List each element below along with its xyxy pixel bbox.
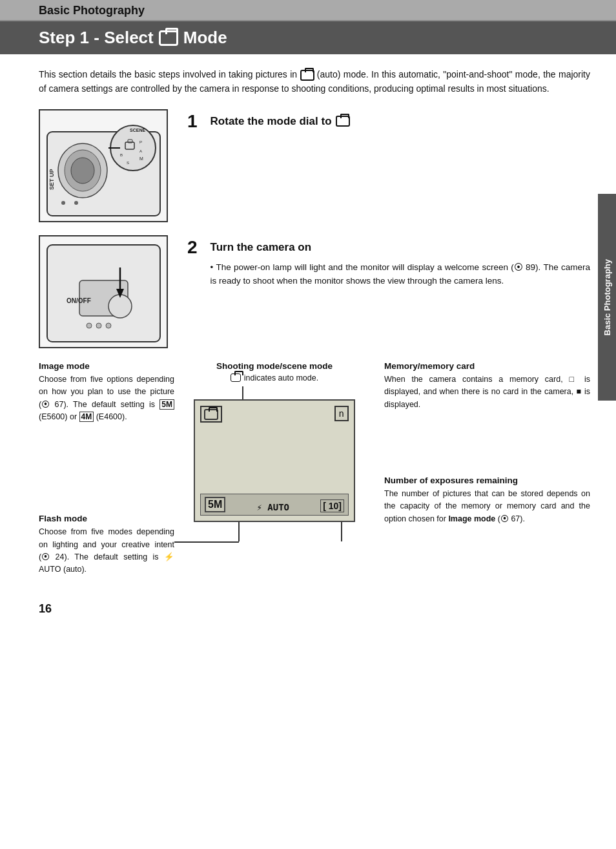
connector-lines-bottom: [194, 522, 355, 543]
svg-point-20: [87, 323, 92, 328]
side-tab-label: Basic Photography: [602, 259, 612, 335]
page-number: 16: [39, 602, 590, 616]
memory-body: When the camera contains a memory card, …: [384, 373, 590, 411]
lcd-screen: n 5M ⚡ AUTO [ 10]: [194, 399, 355, 522]
step-banner-suffix: Mode: [183, 28, 227, 48]
lcd-5m: 5M: [205, 497, 225, 512]
right-connector: [341, 522, 342, 543]
svg-point-14: [61, 201, 65, 205]
svg-text:SET UP: SET UP: [48, 169, 55, 190]
side-tab: Basic Photography: [598, 194, 616, 401]
step2-row: ON/OFF 2 Turn the camera on: [39, 235, 590, 348]
memory-title: Memory/memory card: [384, 361, 590, 371]
svg-text:A: A: [139, 149, 142, 153]
header-bar: Basic Photography: [0, 0, 616, 21]
right-connector-line: [341, 522, 342, 541]
image-mode-title: Image mode: [39, 361, 174, 371]
step1-heading: Rotate the mode dial to: [210, 112, 350, 128]
svg-text:M: M: [139, 156, 143, 161]
page-title: Basic Photography: [39, 4, 145, 17]
flash-mode-body: Choose from five modes depending on ligh…: [39, 526, 174, 576]
connector-line-top: [242, 386, 243, 399]
exposures-block: Number of exposures remaining The number…: [384, 476, 590, 525]
power-switch-svg: ON/OFF: [44, 238, 163, 345]
power-switch-image: ON/OFF: [39, 235, 168, 348]
flash-mode-block: Flash mode Choose from five modes depend…: [39, 514, 174, 576]
step-banner-label: Step 1 - Select: [39, 28, 154, 48]
right-annotations: Memory/memory card When the camera conta…: [375, 361, 590, 589]
svg-point-18: [108, 295, 132, 318]
svg-text:ON/OFF: ON/OFF: [67, 297, 91, 304]
mode-dial-image: SCENE P A M S B SET UP: [39, 109, 168, 222]
camera-icon-banner: [159, 30, 178, 46]
left-connector-line: [238, 522, 240, 541]
svg-text:B: B: [120, 153, 123, 157]
camera-icon-intro: [300, 70, 314, 81]
camera-icon-step1: [336, 116, 350, 127]
lcd-exposures: [ 10]: [320, 499, 344, 512]
diagram-inner: Image mode Choose from five options depe…: [39, 361, 590, 589]
step2-image: ON/OFF: [39, 235, 168, 348]
step1-number: 1: [187, 112, 198, 131]
exposures-title: Number of exposures remaining: [384, 476, 590, 485]
lcd-camera-icon: [200, 406, 222, 423]
step2-heading: Turn the camera on: [210, 238, 590, 254]
svg-point-15: [74, 201, 78, 205]
main-content: This section details the basic steps inv…: [0, 54, 616, 629]
left-connector-horiz: [174, 541, 239, 543]
shooting-mode-label: Shooting mode/scene mode: [216, 361, 333, 371]
shooting-mode-area: Shooting mode/scene mode indicates auto …: [216, 361, 333, 383]
lcd-top-row: n: [200, 406, 349, 423]
step2-body: The power-on lamp will light and the mon…: [210, 260, 590, 288]
lcd-flash: ⚡ AUTO: [256, 502, 289, 512]
lcd-auto-icon: [204, 409, 218, 420]
shooting-mode-sub: indicates auto mode.: [216, 373, 333, 383]
exposures-body: The number of pictures that can be store…: [384, 488, 590, 525]
step1-image: SCENE P A M S B SET UP: [39, 109, 168, 222]
step1-content: 1 Rotate the mode dial to: [187, 109, 590, 134]
lcd-memory-icon: n: [334, 406, 349, 421]
svg-text:S: S: [127, 161, 129, 165]
image-mode-body: Choose from five options depending on ho…: [39, 373, 174, 424]
diagram-section: Image mode Choose from five options depe…: [39, 361, 590, 589]
image-mode-block: Image mode Choose from five options depe…: [39, 361, 174, 424]
step2-content: 2 Turn the camera on The power-on lamp w…: [187, 235, 590, 288]
memory-block: Memory/memory card When the camera conta…: [384, 361, 590, 411]
left-annotations: Image mode Choose from five options depe…: [39, 361, 174, 589]
exposures-bold-ref: Image mode: [448, 514, 495, 523]
step-banner: Step 1 - Select Mode: [0, 21, 616, 54]
left-spacer: [39, 436, 174, 514]
lcd-bottom-row: 5M ⚡ AUTO [ 10]: [200, 494, 349, 516]
flash-mode-title: Flash mode: [39, 514, 174, 523]
step2-number: 2: [187, 238, 198, 257]
right-spacer: [384, 424, 590, 476]
svg-point-3: [71, 158, 94, 183]
svg-point-21: [96, 323, 101, 328]
intro-paragraph: This section details the basic steps inv…: [39, 67, 590, 96]
mode-dial-svg: SCENE P A M S B SET UP: [44, 112, 163, 219]
svg-text:SCENE: SCENE: [130, 128, 145, 132]
svg-text:P: P: [139, 140, 142, 144]
center-diagram: Shooting mode/scene mode indicates auto …: [174, 361, 375, 589]
step-banner-text: Step 1 - Select Mode: [39, 28, 227, 48]
left-connector: [207, 522, 271, 543]
camera-icon-auto-indicator: [231, 373, 241, 382]
svg-point-22: [106, 323, 111, 328]
step1-row: SCENE P A M S B SET UP: [39, 109, 590, 222]
